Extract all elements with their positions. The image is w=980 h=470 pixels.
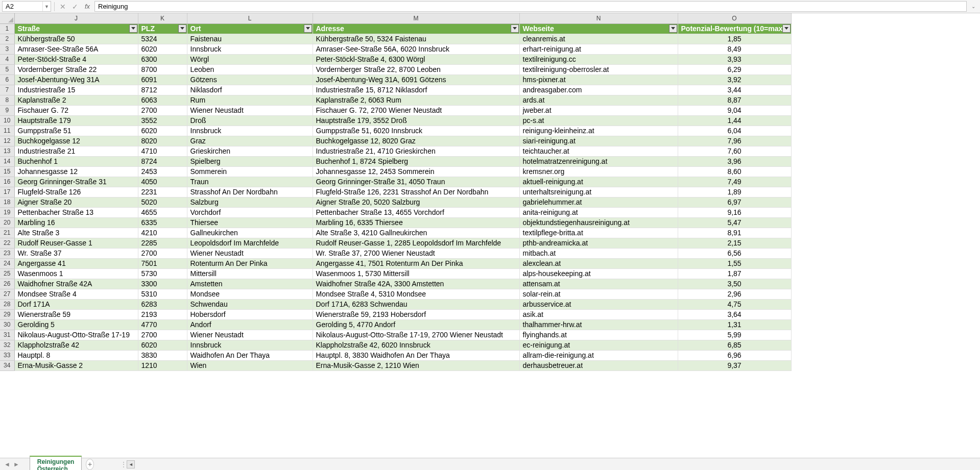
cell-webseite[interactable]: pc-s.at	[519, 115, 678, 126]
cell-potenzial[interactable]: 2,96	[678, 289, 791, 299]
cell-adresse[interactable]: Industriestraße 21, 4710 Grieskirchen	[313, 146, 519, 156]
cell-plz[interactable]: 3830	[138, 350, 187, 360]
cell-adresse[interactable]: Buchkogelgasse 12, 8020 Graz	[313, 136, 519, 146]
cell-potenzial[interactable]: 8,91	[678, 228, 791, 238]
cell-adresse[interactable]: Erna-Musik-Gasse 2, 1210 Wien	[313, 360, 519, 370]
cell-strasse[interactable]: Industriestraße 15	[14, 85, 138, 95]
row-header[interactable]: 7	[0, 85, 14, 95]
cell-ort[interactable]: Vorchdorf	[187, 207, 313, 217]
cell-ort[interactable]: Wiener Neustadt	[187, 248, 313, 258]
cell-plz[interactable]: 4710	[138, 146, 187, 156]
row-header[interactable]: 33	[0, 350, 14, 360]
cell-adresse[interactable]: Gerolding 5, 4770 Andorf	[313, 319, 519, 330]
cell-plz[interactable]: 2285	[138, 238, 187, 248]
cell-plz[interactable]: 5324	[138, 34, 187, 44]
cell-ort[interactable]: Wiener Neustadt	[187, 105, 313, 115]
select-all-corner[interactable]	[0, 13, 14, 23]
row-header[interactable]: 27	[0, 289, 14, 299]
cell-adresse[interactable]: Waidhofner Straße 42A, 3300 Amstetten	[313, 279, 519, 289]
cell-plz[interactable]: 2231	[138, 187, 187, 197]
cell-ort[interactable]: Andorf	[187, 319, 313, 330]
cell-strasse[interactable]: Josef-Abentung-Weg 31A	[14, 75, 138, 85]
cell-ort[interactable]: Graz	[187, 136, 313, 146]
filter-button[interactable]	[782, 24, 791, 33]
cell-potenzial[interactable]: 1,31	[678, 319, 791, 330]
cell-adresse[interactable]: Wasenmoos 1, 5730 Mittersill	[313, 268, 519, 279]
cell-ort[interactable]: Mondsee	[187, 289, 313, 299]
cell-strasse[interactable]: Angergasse 41	[14, 258, 138, 268]
column-header-J[interactable]: J	[14, 13, 138, 23]
cell-webseite[interactable]: gabrielehummer.at	[519, 197, 678, 207]
cell-webseite[interactable]: thalhammer-hrw.at	[519, 319, 678, 330]
table-header-cell[interactable]: Straße	[14, 23, 138, 34]
cell-webseite[interactable]: hms-pixner.at	[519, 75, 678, 85]
cell-strasse[interactable]: Wr. Straße 37	[14, 248, 138, 258]
cell-potenzial[interactable]: 8,60	[678, 166, 791, 177]
name-box-dropdown[interactable]: ▼	[42, 2, 51, 11]
cell-strasse[interactable]: Nikolaus-August-Otto-Straße 17-19	[14, 330, 138, 340]
cell-ort[interactable]: Götzens	[187, 75, 313, 85]
cell-plz[interactable]: 5310	[138, 289, 187, 299]
hscroll-left-button[interactable]: ◄	[127, 460, 135, 468]
cell-adresse[interactable]: Nikolaus-August-Otto-Straße 17-19, 2700 …	[313, 330, 519, 340]
cell-ort[interactable]: Schwendau	[187, 299, 313, 309]
cell-webseite[interactable]: anita-reinigung.at	[519, 207, 678, 217]
cell-potenzial[interactable]: 3,44	[678, 85, 791, 95]
cell-ort[interactable]: Waidhofen An Der Thaya	[187, 350, 313, 360]
cell-webseite[interactable]: unterhaltsreinigung.at	[519, 187, 678, 197]
cell-potenzial[interactable]: 3,96	[678, 156, 791, 166]
cell-webseite[interactable]: teichtaucher.at	[519, 146, 678, 156]
cell-webseite[interactable]: solar-rein.at	[519, 289, 678, 299]
cell-strasse[interactable]: Gumppstraße 51	[14, 126, 138, 136]
row-header[interactable]: 11	[0, 126, 14, 136]
cell-ort[interactable]: Grieskirchen	[187, 146, 313, 156]
grid-scroll[interactable]: JKLMNO1StraßePLZOrtAdresseWebseitePotenz…	[0, 13, 980, 458]
filter-button[interactable]	[511, 24, 519, 33]
cell-ort[interactable]: Thiersee	[187, 217, 313, 228]
row-header[interactable]: 25	[0, 268, 14, 279]
cell-adresse[interactable]: Alte Straße 3, 4210 Gallneukirchen	[313, 228, 519, 238]
cell-strasse[interactable]: Fischauer G. 72	[14, 105, 138, 115]
row-header[interactable]: 17	[0, 187, 14, 197]
row-header[interactable]: 12	[0, 136, 14, 146]
fx-icon[interactable]: fx	[82, 2, 92, 12]
cell-plz[interactable]: 4050	[138, 177, 187, 187]
cell-ort[interactable]: Salzburg	[187, 197, 313, 207]
cell-potenzial[interactable]: 8,49	[678, 44, 791, 54]
cell-ort[interactable]: Innsbruck	[187, 126, 313, 136]
cell-ort[interactable]: Strasshof An Der Nordbahn	[187, 187, 313, 197]
cell-webseite[interactable]: ec-reinigung.at	[519, 340, 678, 350]
row-header[interactable]: 31	[0, 330, 14, 340]
cell-strasse[interactable]: Erna-Musik-Gasse 2	[14, 360, 138, 370]
cell-adresse[interactable]: Gumppstraße 51, 6020 Innsbruck	[313, 126, 519, 136]
cell-potenzial[interactable]: 4,75	[678, 299, 791, 309]
cell-plz[interactable]: 2700	[138, 330, 187, 340]
cell-plz[interactable]: 6020	[138, 340, 187, 350]
filter-button[interactable]	[129, 24, 137, 33]
cell-potenzial[interactable]: 9,37	[678, 360, 791, 370]
cell-strasse[interactable]: Aigner Straße 20	[14, 197, 138, 207]
cell-ort[interactable]: Hobersdorf	[187, 309, 313, 319]
cell-adresse[interactable]: Mondsee Straße 4, 5310 Mondsee	[313, 289, 519, 299]
row-header[interactable]: 21	[0, 228, 14, 238]
cell-strasse[interactable]: Dorf 171A	[14, 299, 138, 309]
cell-webseite[interactable]: textilreinigung.cc	[519, 54, 678, 64]
cell-plz[interactable]: 6283	[138, 299, 187, 309]
row-header[interactable]: 13	[0, 146, 14, 156]
cancel-icon[interactable]: ✕	[58, 2, 68, 12]
cell-webseite[interactable]: andreasgaber.com	[519, 85, 678, 95]
cell-adresse[interactable]: Georg Grinninger-Straße 31, 4050 Traun	[313, 177, 519, 187]
cell-potenzial[interactable]: 1,89	[678, 187, 791, 197]
cell-ort[interactable]: Rum	[187, 95, 313, 105]
row-header[interactable]: 2	[0, 34, 14, 44]
cell-potenzial[interactable]: 3,92	[678, 75, 791, 85]
cell-strasse[interactable]: Peter-Stöckl-Straße 4	[14, 54, 138, 64]
cell-adresse[interactable]: Hauptstraße 179, 3552 Droß	[313, 115, 519, 126]
cell-potenzial[interactable]: 3,93	[678, 54, 791, 64]
row-header[interactable]: 8	[0, 95, 14, 105]
cell-potenzial[interactable]: 9,04	[678, 105, 791, 115]
cell-adresse[interactable]: Wr. Straße 37, 2700 Wiener Neustadt	[313, 248, 519, 258]
cell-webseite[interactable]: allram-die-reinigung.at	[519, 350, 678, 360]
add-sheet-button[interactable]: ＋	[86, 459, 94, 470]
cell-adresse[interactable]: Kühbergstraße 50, 5324 Faistenau	[313, 34, 519, 44]
